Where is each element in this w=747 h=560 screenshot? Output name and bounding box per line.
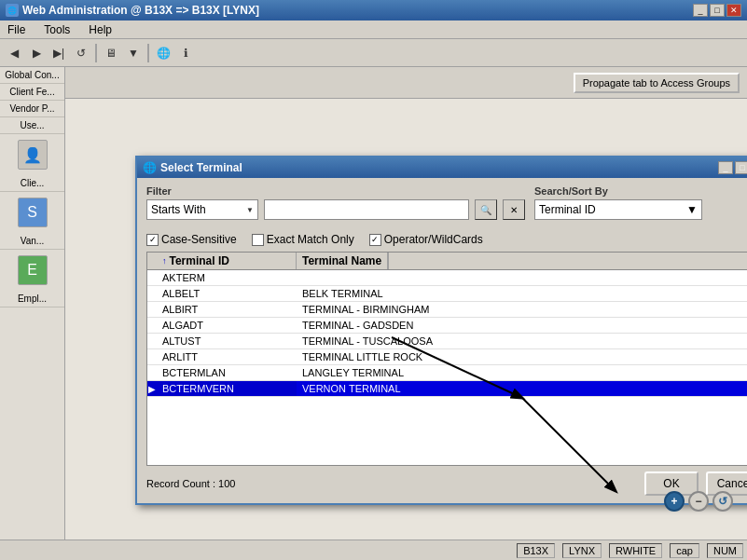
exact-match-label: Exact Match Only <box>267 233 354 246</box>
propagate-button[interactable]: Propagate tab to Access Groups <box>574 73 740 93</box>
filter-clear-button[interactable]: ✕ <box>503 199 525 220</box>
minimize-button[interactable]: _ <box>693 4 708 17</box>
dialog-icon: 🌐 <box>143 161 157 174</box>
checkbox-row: ✓ Case-Sensitive Exact Match Only ✓ Oper… <box>146 233 747 246</box>
operator-wildcards-label: Operator/WildCards <box>384 233 483 246</box>
cell-name-selected: VERNON TERMINAL <box>297 381 747 396</box>
col-terminal-id[interactable]: ↑ Terminal ID <box>157 253 297 269</box>
operator-wildcards-box[interactable]: ✓ <box>369 234 381 246</box>
table-row[interactable]: BCTERMLAN LANGLEY TERMINAL <box>147 365 747 381</box>
sidebar-icon-green[interactable]: E <box>18 255 48 285</box>
menu-file[interactable]: File <box>4 21 29 38</box>
sidebar-item-use[interactable]: Use... <box>0 117 64 134</box>
dialog-title-bar: 🌐 Select Terminal _ □ ✕ <box>137 157 747 178</box>
sidebar-item-client[interactable]: Client Fe... <box>0 84 64 101</box>
row-indicator <box>147 318 157 333</box>
sidebar: Global Con... Client Fe... Vendor P... U… <box>0 67 65 540</box>
table-row[interactable]: ALBIRT TERMINAL - BIRMINGHAM <box>147 302 747 318</box>
window-title: Web Administration @ B13X => B13X [LYNX] <box>22 4 259 17</box>
sidebar-user-icon-1[interactable]: 👤 <box>18 140 48 170</box>
terminal-table[interactable]: ↑ Terminal ID Terminal Name AKTERM <box>146 252 747 466</box>
filter-label: Filter <box>146 185 525 197</box>
search-sort-value: Terminal ID <box>539 203 596 216</box>
sidebar-icon-area-2: S <box>0 192 64 233</box>
table-row[interactable]: ALBELT BELK TERMINAL <box>147 286 747 302</box>
cell-id: ALGADT <box>157 318 297 333</box>
filter-dropdown-arrow-icon: ▼ <box>246 206 254 214</box>
row-indicator <box>147 349 157 364</box>
dialog-title-text: Select Terminal <box>160 161 242 174</box>
search-sort-dropdown[interactable]: Terminal ID ▼ <box>534 199 702 220</box>
case-sensitive-label: Case-Sensitive <box>161 233 237 246</box>
table-row[interactable]: AKTERM <box>147 270 747 286</box>
dialog-controls: _ □ ✕ <box>718 161 747 174</box>
dialog-maximize[interactable]: □ <box>735 161 747 174</box>
exact-match-box[interactable] <box>252 234 264 246</box>
search-sort-label: Search/Sort By <box>534 185 702 197</box>
add-button[interactable]: + <box>664 491 685 512</box>
sidebar-item-van[interactable]: Van... <box>0 233 64 250</box>
status-bar: B13X LYNX RWHITE cap NUM <box>0 540 747 560</box>
sidebar-item-global[interactable]: Global Con... <box>0 67 64 84</box>
title-bar: 🌐 Web Administration @ B13X => B13X [LYN… <box>0 0 747 20</box>
globe-icon[interactable]: 🌐 <box>153 43 173 63</box>
case-sensitive-checkbox[interactable]: ✓ Case-Sensitive <box>146 233 237 246</box>
toolbar-separator <box>95 44 97 62</box>
header-indicator <box>147 253 157 269</box>
filter-input[interactable] <box>264 199 469 220</box>
app-icon: 🌐 <box>6 4 19 17</box>
cell-id: ALTUST <box>157 334 297 348</box>
cell-id: ARLITT <box>157 349 297 364</box>
exact-match-checkbox[interactable]: Exact Match Only <box>252 233 354 246</box>
tool-icon-2[interactable]: ▼ <box>123 43 144 63</box>
minus-button[interactable]: − <box>688 491 709 512</box>
forward-button[interactable]: ▶ <box>26 43 47 63</box>
filter-section: Filter Starts With ▼ 🔍 ✕ <box>146 185 525 224</box>
cell-name: TERMINAL LITTLE ROCK <box>297 349 747 364</box>
close-button[interactable]: ✕ <box>726 4 741 17</box>
cell-id-selected: BCTERMVERN <box>157 381 297 396</box>
filter-search-button[interactable]: 🔍 <box>475 199 497 220</box>
status-lynx: LYNX <box>562 543 602 558</box>
row-indicator <box>147 286 157 301</box>
sidebar-item-empl[interactable]: Empl... <box>0 291 64 307</box>
dialog-minimize[interactable]: _ <box>718 161 733 174</box>
row-indicator <box>147 365 157 380</box>
menu-tools[interactable]: Tools <box>40 21 74 38</box>
menu-help[interactable]: Help <box>85 21 116 38</box>
row-indicator <box>147 302 157 317</box>
menu-bar: File Tools Help <box>0 20 747 39</box>
table-row-selected[interactable]: ▶ BCTERMVERN VERNON TERMINAL <box>147 381 747 397</box>
tool-icon-1[interactable]: 🖥 <box>101 43 121 63</box>
record-count: Record Count : 100 <box>146 478 235 489</box>
toolbar: ◀ ▶ ▶| ↺ 🖥 ▼ 🌐 ℹ <box>0 39 747 67</box>
col-terminal-name[interactable]: Terminal Name <box>297 253 388 269</box>
skip-end-button[interactable]: ▶| <box>48 43 69 63</box>
toolbar-separator-2 <box>147 44 149 62</box>
sidebar-item-vendor[interactable]: Vendor P... <box>0 101 64 117</box>
maximize-button[interactable]: □ <box>710 4 725 17</box>
refresh-button[interactable]: ↺ <box>71 43 91 63</box>
scrollbar-top <box>388 253 403 269</box>
info-icon[interactable]: ℹ <box>175 43 196 63</box>
dialog-content: Filter Starts With ▼ 🔍 ✕ Search/So <box>137 178 747 503</box>
filter-type-value: Starts With <box>151 203 206 216</box>
back-button[interactable]: ◀ <box>4 43 24 63</box>
filter-row: Starts With ▼ 🔍 ✕ <box>146 199 525 220</box>
sidebar-item-clie[interactable]: Clie... <box>0 175 64 192</box>
cell-id: BCTERMLAN <box>157 365 297 380</box>
table-row[interactable]: ALTUST TERMINAL - TUSCALOOSA <box>147 334 747 349</box>
refresh-button-bottom[interactable]: ↺ <box>712 491 733 512</box>
table-row[interactable]: ARLITT TERMINAL LITTLE ROCK <box>147 349 747 365</box>
operator-wildcards-checkbox[interactable]: ✓ Operator/WildCards <box>369 233 483 246</box>
row-indicator-selected: ▶ <box>147 381 157 396</box>
sidebar-icon-area: 👤 <box>0 134 64 175</box>
bottom-action-buttons: + − ↺ <box>664 491 733 512</box>
row-indicator <box>147 270 157 285</box>
filter-type-dropdown[interactable]: Starts With ▼ <box>146 199 258 220</box>
case-sensitive-box[interactable]: ✓ <box>146 234 159 246</box>
status-cap: cap <box>670 543 699 558</box>
cell-id: AKTERM <box>157 270 297 285</box>
sidebar-icon-blue[interactable]: S <box>18 198 48 227</box>
table-row[interactable]: ALGADT TERMINAL - GADSDEN <box>147 318 747 334</box>
